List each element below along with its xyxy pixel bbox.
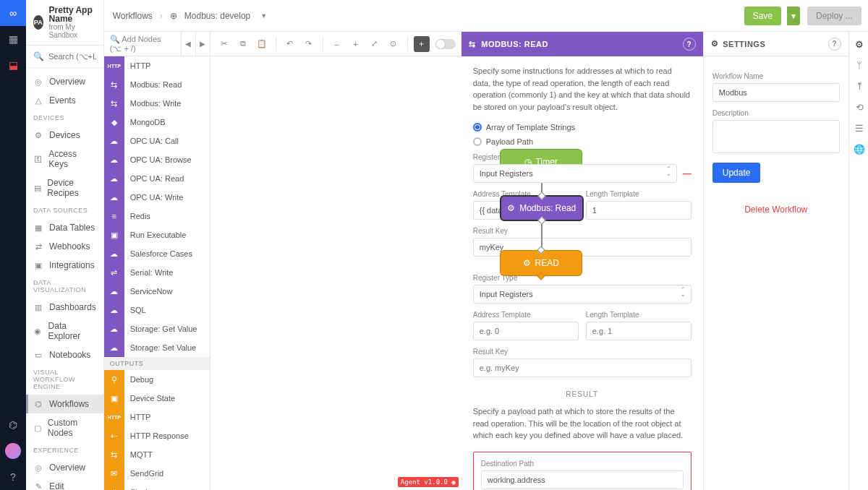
- select-register-type[interactable]: Input Registers: [473, 164, 677, 183]
- nav-item-overview[interactable]: ◎Overview: [26, 72, 103, 91]
- top-bar: Workflows › ⊕ Modbus: develop ▼ Save ▾ D…: [104, 0, 868, 32]
- fit-icon[interactable]: ⤢: [367, 36, 383, 52]
- palette-item[interactable]: ☁OPC UA: Browse: [104, 150, 210, 169]
- redo-icon[interactable]: ↷: [301, 36, 317, 52]
- nav-item-label: Workflows: [49, 399, 89, 409]
- palette-item[interactable]: ☁ServiceNow: [104, 282, 210, 301]
- help-icon[interactable]: ?: [828, 38, 841, 51]
- nav-item-devices[interactable]: ⚙Devices: [26, 126, 103, 145]
- palette-item[interactable]: ☁SQL: [104, 301, 210, 319]
- node-read-output[interactable]: ⚙READ: [500, 250, 582, 276]
- nav-search-input[interactable]: [48, 52, 96, 61]
- nav-item-edit[interactable]: ✎Edit: [26, 477, 103, 490]
- nav-item-device-recipes[interactable]: ▤Device Recipes: [26, 173, 103, 202]
- canvas[interactable]: ✂ ⧉ 📋 ↶ ↷ – + ⤢ ⊙ ＋ ◷Timer ⚙Modbus: Read…: [210, 32, 461, 490]
- recenter-icon[interactable]: ⊙: [386, 36, 401, 52]
- palette-item[interactable]: ☁Storage: Get Value: [104, 319, 210, 338]
- rail-logo-icon[interactable]: ∞: [0, 0, 26, 26]
- paste-icon[interactable]: 📋: [254, 36, 270, 52]
- palette-item[interactable]: ☁OPC UA: Write: [104, 188, 210, 207]
- nav-item-events[interactable]: △Events: [26, 91, 103, 110]
- palette-item[interactable]: ◆MongoDB: [104, 113, 210, 132]
- gear-icon[interactable]: ⚙: [855, 39, 864, 50]
- nav-item-access-keys[interactable]: ⚿Access Keys: [26, 145, 103, 173]
- refresh-icon[interactable]: ⟲: [856, 102, 864, 113]
- radio-array[interactable]: Array of Template Strings: [473, 123, 692, 132]
- palette-item[interactable]: ⇌Serial: Write: [104, 263, 210, 282]
- palette-prev-icon[interactable]: ◀: [181, 32, 195, 56]
- palette-item[interactable]: ▣Run Executable: [104, 225, 210, 244]
- palette-item-icon: HTTP: [104, 56, 124, 75]
- rail-help-icon[interactable]: ?: [0, 464, 26, 490]
- deploy-button[interactable]: Deploy ...: [807, 7, 861, 25]
- palette-item[interactable]: #Slack: [104, 483, 210, 490]
- select-register-type-2[interactable]: Input Registers: [473, 285, 692, 304]
- palette-item[interactable]: ☁OPC UA: Read: [104, 169, 210, 188]
- save-caret-button[interactable]: ▾: [787, 7, 800, 25]
- palette-item-label: Modbus: Read: [124, 80, 182, 89]
- palette-next-icon[interactable]: ▶: [195, 32, 210, 56]
- palette-item-label: Modbus: Write: [124, 99, 182, 108]
- nav-item-webhooks[interactable]: ⇄Webhooks: [26, 237, 103, 256]
- list-icon[interactable]: ☰: [855, 123, 864, 134]
- palette-item[interactable]: ✉SendGrid: [104, 464, 210, 483]
- add-node-button[interactable]: ＋: [414, 36, 430, 52]
- branch-icon[interactable]: ᛘ: [856, 60, 862, 71]
- palette-item[interactable]: ☁OPC UA: Call: [104, 132, 210, 150]
- nav-item-dashboards[interactable]: ▥Dashboards: [26, 298, 103, 317]
- nav-item-data-explorer[interactable]: ◉Data Explorer: [26, 317, 103, 345]
- nav-item-data-tables[interactable]: ▦Data Tables: [26, 218, 103, 237]
- input-length[interactable]: [586, 201, 692, 220]
- palette-item[interactable]: ≡Redis: [104, 207, 210, 225]
- undo-icon[interactable]: ↶: [282, 36, 298, 52]
- zoom-in-icon[interactable]: +: [348, 36, 364, 52]
- palette-item[interactable]: ⚲Debug: [104, 370, 210, 389]
- palette-item-icon: ▣: [104, 225, 124, 244]
- palette-item[interactable]: HTTPHTTP: [104, 56, 210, 75]
- cut-icon[interactable]: ✂: [216, 36, 232, 52]
- nav-search[interactable]: 🔍: [26, 46, 103, 68]
- rail-dashboard-icon[interactable]: ▦: [0, 26, 26, 52]
- save-button[interactable]: Save: [744, 7, 781, 25]
- palette-item[interactable]: ⇆MQTT: [104, 445, 210, 464]
- help-icon[interactable]: ?: [683, 38, 696, 51]
- palette-item[interactable]: ⇆Modbus: Write: [104, 94, 210, 113]
- palette-item[interactable]: ▣Device State: [104, 389, 210, 408]
- globe-icon[interactable]: 🌐: [854, 144, 865, 155]
- nav-item-overview[interactable]: ◎Overview: [26, 458, 103, 477]
- nav-item-integrations[interactable]: ▣Integrations: [26, 256, 103, 275]
- nav-item-label: Edit: [49, 481, 64, 490]
- copy-icon[interactable]: ⧉: [235, 36, 251, 52]
- input-destination[interactable]: [481, 470, 684, 489]
- rail-avatar[interactable]: [0, 438, 26, 464]
- rail-box-icon[interactable]: ⬓: [0, 52, 26, 78]
- rail-workflow-icon[interactable]: ⌬: [0, 412, 26, 438]
- input-workflow-name[interactable]: [712, 83, 840, 102]
- crumb-workflows[interactable]: Workflows: [113, 11, 153, 21]
- crumb-dropdown-icon[interactable]: ▼: [260, 12, 267, 20]
- palette-item[interactable]: ☁Salesforce Cases: [104, 244, 210, 263]
- radio-payload[interactable]: Payload Path: [473, 137, 692, 146]
- palette-item[interactable]: ⇠HTTP Response: [104, 426, 210, 445]
- palette-item-label: HTTP: [124, 413, 151, 421]
- delete-workflow-link[interactable]: Delete Workflow: [712, 205, 840, 215]
- upload-icon[interactable]: ⤒: [856, 81, 864, 92]
- remove-instruction-icon[interactable]: —: [683, 168, 692, 179]
- palette-item[interactable]: ⇆Modbus: Read: [104, 75, 210, 94]
- update-button[interactable]: Update: [712, 163, 761, 183]
- palette-item[interactable]: ☁Storage: Set Value: [104, 338, 210, 357]
- canvas-toggle[interactable]: [435, 39, 456, 49]
- zoom-out-icon[interactable]: –: [329, 36, 345, 52]
- label-result-key: Result Key: [473, 227, 692, 235]
- node-modbus-read[interactable]: ⚙Modbus: Read: [500, 195, 584, 221]
- nav-item-workflows[interactable]: ⌬Workflows: [26, 395, 103, 413]
- palette-item[interactable]: HTTPHTTP: [104, 408, 210, 426]
- nav-item-icon: ⚙: [33, 131, 43, 140]
- nav-item-notebooks[interactable]: ▭Notebooks: [26, 345, 103, 364]
- input-address-2[interactable]: [473, 322, 579, 340]
- input-result-key-2[interactable]: [473, 358, 692, 377]
- nav-section-label: EXPERIENCE: [26, 442, 103, 458]
- nav-item-custom-nodes[interactable]: ▢Custom Nodes: [26, 413, 103, 442]
- input-length-2[interactable]: [586, 322, 692, 340]
- input-workflow-desc[interactable]: [712, 120, 840, 153]
